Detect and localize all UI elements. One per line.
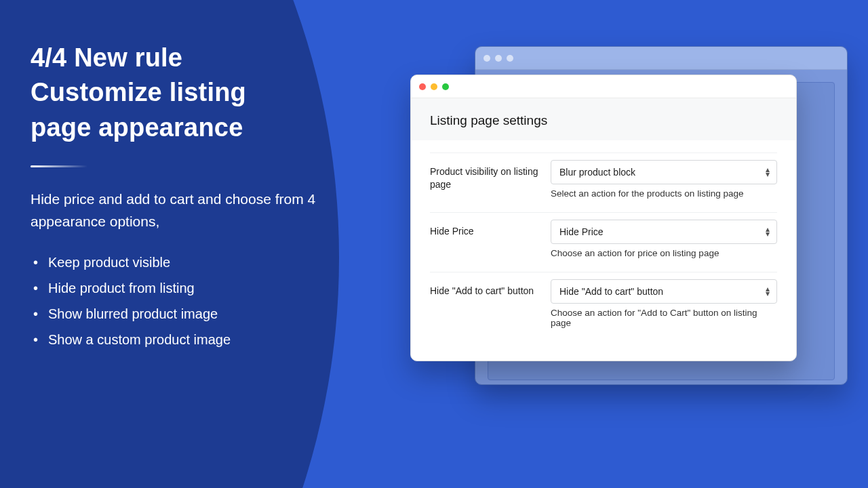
select-value: Hide "Add to cart" button [559, 286, 663, 297]
dot-icon [484, 55, 490, 62]
hide-add-to-cart-select[interactable]: Hide "Add to cart" button ▴▾ [551, 279, 777, 304]
minimize-dot-icon[interactable] [431, 83, 437, 90]
divider [31, 165, 87, 167]
setting-helper: Choose an action for "Add to Cart" butto… [551, 308, 777, 328]
select-value: Hide Price [559, 226, 604, 237]
setting-label: Product visibility on listing page [430, 160, 538, 191]
bullet-item: Hide product from listing [31, 275, 370, 301]
product-visibility-select[interactable]: Blur product block ▴▾ [551, 160, 777, 184]
headline-line-1: 4/4 New rule [31, 43, 182, 72]
select-value: Blur product block [559, 167, 635, 178]
window-front: Listing page settings Product visibility… [410, 75, 797, 361]
headline: 4/4 New rule Customize listing page appe… [31, 41, 370, 145]
caret-updown-icon: ▴▾ [766, 167, 770, 177]
caret-updown-icon: ▴▾ [766, 227, 770, 237]
close-dot-icon[interactable] [419, 83, 426, 90]
titlebar [475, 47, 847, 70]
setting-row-hide-price: Hide Price Hide Price ▴▾ Choose an actio… [430, 212, 777, 272]
bullet-item: Show blurred product image [31, 301, 370, 327]
setting-label: Hide "Add to cart" button [430, 279, 538, 298]
setting-control: Hide "Add to cart" button ▴▾ Choose an a… [551, 279, 777, 328]
bullet-item: Keep product visible [31, 249, 370, 275]
headline-line-3: page appearance [31, 113, 243, 142]
setting-control: Hide Price ▴▾ Choose an action for price… [551, 220, 777, 258]
setting-control: Blur product block ▴▾ Select an action f… [551, 160, 777, 199]
setting-row-product-visibility: Product visibility on listing page Blur … [430, 152, 777, 212]
dot-icon [495, 55, 502, 62]
bullet-item: Show a custom product image [31, 327, 370, 352]
left-copy: 4/4 New rule Customize listing page appe… [31, 41, 370, 352]
setting-row-hide-add-to-cart: Hide "Add to cart" button Hide "Add to c… [430, 272, 777, 342]
caret-updown-icon: ▴▾ [766, 287, 770, 296]
hide-price-select[interactable]: Hide Price ▴▾ [551, 220, 777, 244]
section-title: Listing page settings [411, 98, 796, 140]
promo-slide: 4/4 New rule Customize listing page appe… [0, 0, 868, 488]
traffic-lights [484, 55, 513, 62]
zoom-dot-icon[interactable] [442, 83, 449, 90]
dot-icon [507, 55, 513, 62]
setting-label: Hide Price [430, 220, 538, 238]
setting-helper: Choose an action for price on listing pa… [551, 248, 777, 258]
subheadline: Hide price and add to cart and choose fr… [31, 188, 370, 233]
setting-helper: Select an action for the products on lis… [551, 188, 777, 199]
headline-line-2: Customize listing [31, 78, 246, 106]
traffic-lights [419, 83, 449, 90]
settings-panel: Listing page settings Product visibility… [411, 98, 796, 361]
bullet-list: Keep product visible Hide product from l… [31, 249, 370, 352]
titlebar [411, 75, 796, 98]
